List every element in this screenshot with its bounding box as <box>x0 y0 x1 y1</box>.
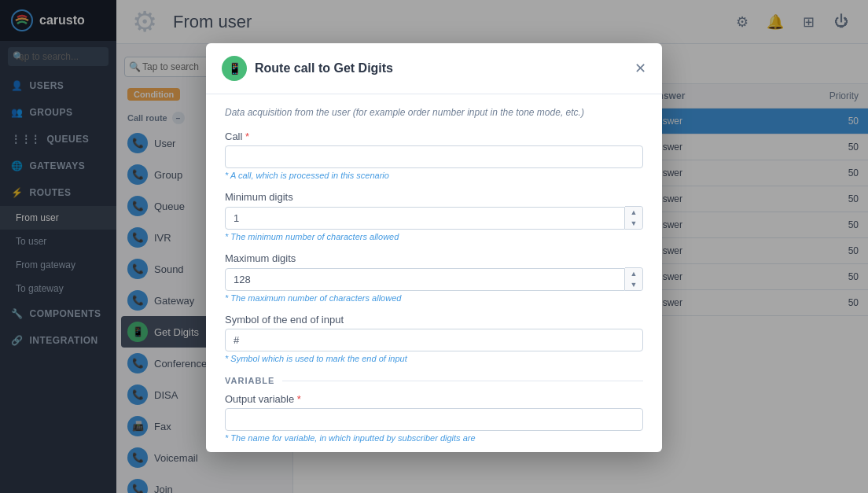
min-digits-input[interactable] <box>225 207 625 230</box>
modal-close-button[interactable]: ✕ <box>634 60 646 77</box>
symbol-dropdown-wrapper: # <box>225 329 643 351</box>
max-digits-field-group: Maximum digits ▲ ▼ * The maximum number … <box>225 252 643 303</box>
modal-overlay: 📱 Route call to Get Digits ✕ Data acquis… <box>0 0 868 493</box>
modal-title: Route call to Get Digits <box>255 61 627 75</box>
modal-dialog: 📱 Route call to Get Digits ✕ Data acquis… <box>206 43 662 452</box>
call-label: Call * <box>225 131 643 142</box>
max-digits-increment[interactable]: ▲ <box>625 268 642 279</box>
modal-body: Data acquisition from the user (for exam… <box>206 94 662 452</box>
max-digits-decrement[interactable]: ▼ <box>625 279 642 290</box>
variable-section-label: VARIABLE <box>225 376 274 385</box>
output-variable-hint: * The name for variable, in which inputt… <box>225 433 643 443</box>
symbol-select[interactable]: # <box>225 329 643 351</box>
output-variable-input[interactable] <box>225 408 643 431</box>
call-hint: * A call, which is processed in this sce… <box>225 171 643 180</box>
call-field-group: Call * * A call, which is processed in t… <box>225 131 643 180</box>
symbol-field-group: Symbol of the end of input # * Symbol wh… <box>225 314 643 363</box>
max-digits-label: Maximum digits <box>225 252 643 264</box>
call-dropdown-wrapper <box>225 145 643 168</box>
variable-section: VARIABLE <box>225 376 643 385</box>
symbol-label: Symbol of the end of input <box>225 314 643 326</box>
output-variable-label: Output variable * <box>225 393 643 405</box>
max-digits-spinner-buttons: ▲ ▼ <box>625 267 643 291</box>
min-digits-decrement[interactable]: ▼ <box>625 218 642 229</box>
min-digits-spinner: ▲ ▼ <box>225 206 643 230</box>
min-digits-increment[interactable]: ▲ <box>625 207 642 218</box>
symbol-hint: * Symbol which is used to mark the end o… <box>225 354 643 363</box>
min-digits-spinner-buttons: ▲ ▼ <box>625 206 643 230</box>
max-digits-spinner: ▲ ▼ <box>225 267 643 291</box>
call-required-marker: * <box>245 131 249 142</box>
output-variable-field-group: Output variable * * The name for variabl… <box>225 393 643 443</box>
min-digits-label: Minimum digits <box>225 191 643 203</box>
modal-header: 📱 Route call to Get Digits ✕ <box>206 43 662 94</box>
min-digits-hint: * The minimum number of characters allow… <box>225 232 643 241</box>
max-digits-hint: * The maximum number of characters allow… <box>225 293 643 303</box>
modal-description: Data acquisition from the user (for exam… <box>225 107 643 118</box>
min-digits-field-group: Minimum digits ▲ ▼ * The minimum number … <box>225 191 643 241</box>
modal-icon: 📱 <box>222 56 247 81</box>
output-variable-required-marker: * <box>297 393 301 405</box>
call-select[interactable] <box>225 145 643 168</box>
max-digits-input[interactable] <box>225 268 625 291</box>
